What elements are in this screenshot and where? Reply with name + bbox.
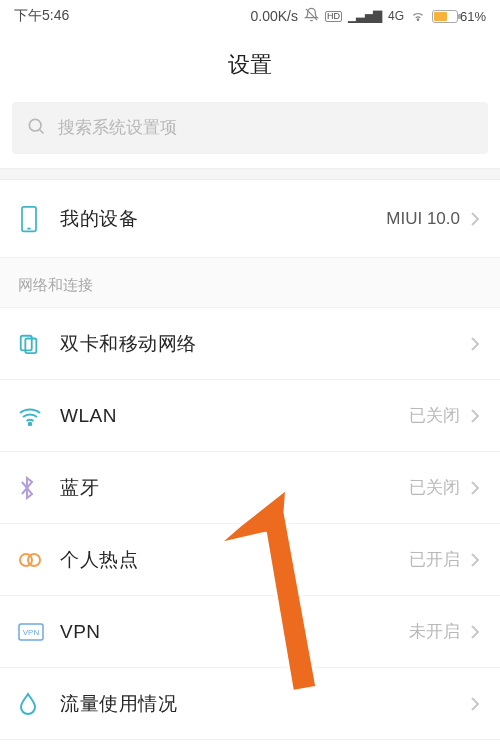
chevron-right-icon bbox=[466, 408, 484, 424]
row-data-usage[interactable]: 流量使用情况 bbox=[0, 668, 500, 740]
chevron-right-icon bbox=[466, 696, 484, 712]
status-netspeed: 0.00K/s bbox=[250, 8, 297, 24]
row-label: WLAN bbox=[60, 405, 409, 427]
wifi-icon bbox=[18, 406, 60, 426]
battery-icon: 61% bbox=[432, 9, 486, 24]
status-time: 下午5:46 bbox=[14, 7, 69, 25]
chevron-right-icon bbox=[466, 480, 484, 496]
bluetooth-icon bbox=[18, 476, 60, 500]
row-label: 蓝牙 bbox=[60, 475, 409, 501]
status-right: 0.00K/s HD ▁▃▅▇ 4G 61% bbox=[250, 7, 486, 26]
chevron-right-icon bbox=[466, 552, 484, 568]
row-vpn[interactable]: VPN VPN 未开启 bbox=[0, 596, 500, 668]
row-value: 已关闭 bbox=[409, 404, 460, 427]
signal-icon: ▁▃▅▇ bbox=[348, 9, 382, 23]
section-gap bbox=[0, 168, 500, 180]
svg-line-3 bbox=[40, 130, 44, 134]
row-hotspot[interactable]: 个人热点 已开启 bbox=[0, 524, 500, 596]
status-bar: 下午5:46 0.00K/s HD ▁▃▅▇ 4G 61% bbox=[0, 0, 500, 32]
search-box[interactable] bbox=[12, 102, 488, 154]
row-label: VPN bbox=[60, 621, 409, 643]
row-more-connections[interactable]: 更多连接方式 bbox=[0, 740, 500, 748]
row-label: 流量使用情况 bbox=[60, 691, 466, 717]
row-wlan[interactable]: WLAN 已关闭 bbox=[0, 380, 500, 452]
page-title: 设置 bbox=[0, 32, 500, 102]
droplet-icon bbox=[18, 692, 60, 716]
svg-point-10 bbox=[28, 554, 40, 566]
hd-icon: HD bbox=[325, 11, 342, 22]
row-dual-sim[interactable]: 双卡和移动网络 bbox=[0, 308, 500, 380]
svg-text:VPN: VPN bbox=[23, 628, 40, 637]
row-label: 个人热点 bbox=[60, 547, 409, 573]
search-input[interactable] bbox=[58, 118, 474, 138]
hotspot-icon bbox=[18, 550, 60, 570]
svg-point-2 bbox=[29, 119, 41, 131]
row-label: 双卡和移动网络 bbox=[60, 331, 466, 357]
vpn-icon: VPN bbox=[18, 623, 60, 641]
row-label: 我的设备 bbox=[60, 206, 386, 232]
search-icon bbox=[26, 116, 46, 140]
section-network-title: 网络和连接 bbox=[0, 258, 500, 308]
chevron-right-icon bbox=[466, 211, 484, 227]
wifi-icon bbox=[410, 7, 426, 26]
svg-point-1 bbox=[417, 19, 418, 20]
dnd-icon bbox=[304, 7, 319, 25]
svg-point-8 bbox=[29, 422, 32, 425]
sim-icon bbox=[18, 333, 60, 355]
device-icon bbox=[18, 205, 60, 233]
row-my-device[interactable]: 我的设备 MIUI 10.0 bbox=[0, 180, 500, 258]
row-value: 已关闭 bbox=[409, 476, 460, 499]
battery-pct: 61% bbox=[460, 9, 486, 24]
row-value: 已开启 bbox=[409, 548, 460, 571]
status-net: 4G bbox=[388, 9, 404, 23]
row-bluetooth[interactable]: 蓝牙 已关闭 bbox=[0, 452, 500, 524]
chevron-right-icon bbox=[466, 336, 484, 352]
chevron-right-icon bbox=[466, 624, 484, 640]
row-value: 未开启 bbox=[409, 620, 460, 643]
row-value: MIUI 10.0 bbox=[386, 209, 460, 229]
svg-rect-4 bbox=[22, 206, 36, 231]
